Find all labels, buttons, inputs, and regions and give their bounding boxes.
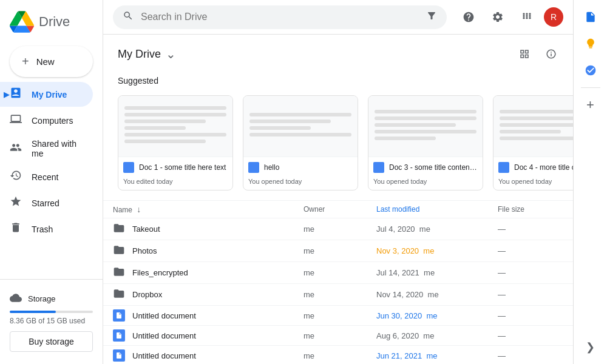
right-panel-add-button[interactable]: + <box>578 93 603 117</box>
new-button-label: New <box>36 56 55 67</box>
right-panel-docs-button[interactable] <box>578 5 603 29</box>
doc-icon <box>498 162 509 173</box>
table-row[interactable]: Dropbox me Nov 14, 2020 me — <box>103 284 573 306</box>
file-modified: Jul 4, 2020 me <box>376 224 498 234</box>
user-avatar[interactable]: R <box>544 7 563 27</box>
file-owner: me <box>304 268 376 277</box>
file-owner: me <box>304 224 376 234</box>
col-last-modified[interactable]: Last modified <box>376 205 498 214</box>
shared-icon <box>10 141 22 157</box>
file-size: — <box>498 311 558 320</box>
doc-icon <box>123 162 134 173</box>
storage-title: Storage <box>28 294 56 303</box>
file-name: Untitled document <box>132 331 196 340</box>
sidebar-item-starred[interactable]: Starred <box>0 190 93 215</box>
suggested-card[interactable]: hello You opened today <box>243 95 358 190</box>
app-name: Drive <box>39 14 70 30</box>
file-name-cell: Files_encrypted <box>113 266 304 280</box>
sidebar-item-shared-label: Shared with me <box>32 139 86 158</box>
file-size: — <box>498 246 558 255</box>
main-content: R My Drive ⌄ Suggested <box>103 0 573 364</box>
storage-section: Storage 8.36 GB of 15 GB used Buy storag… <box>0 285 103 359</box>
file-size: — <box>498 351 558 360</box>
suggested-card[interactable]: Doc 4 - more title content You opened to… <box>493 95 573 190</box>
file-name-cell: Untitled document <box>113 349 304 362</box>
folder-icon <box>113 222 125 236</box>
content-area: My Drive ⌄ Suggested <box>103 35 573 364</box>
info-button[interactable] <box>539 42 563 66</box>
file-list: Name ↓ Owner Last modified File size Tak… <box>103 200 573 364</box>
file-name: Untitled document <box>132 311 196 320</box>
table-row[interactable]: Takeout me Jul 4, 2020 me — <box>103 218 573 240</box>
right-panel-expand-button[interactable]: ❯ <box>578 335 603 359</box>
storage-bar <box>10 311 56 313</box>
right-panel: + ❯ <box>573 0 607 364</box>
sidebar-item-starred-label: Starred <box>32 198 59 208</box>
suggested-card[interactable]: Doc 1 - some title here text You edited … <box>118 95 233 190</box>
sidebar-item-trash[interactable]: Trash <box>0 217 93 241</box>
file-owner: me <box>304 311 376 320</box>
view-controls <box>512 42 563 66</box>
file-name-cell: Untitled document <box>113 329 304 342</box>
grid-view-button[interactable] <box>512 42 537 66</box>
file-owner: me <box>304 290 376 299</box>
user-initial: R <box>551 12 557 22</box>
folder-icon <box>113 244 125 258</box>
sidebar-item-trash-label: Trash <box>32 224 53 234</box>
right-panel-keep-button[interactable] <box>578 32 603 56</box>
folder-icon <box>113 266 125 280</box>
card-date: You opened today <box>493 178 573 190</box>
file-owner: me <box>304 331 376 340</box>
drive-chevron-icon[interactable]: ⌄ <box>166 47 176 61</box>
sidebar-item-computers[interactable]: Computers <box>0 108 93 133</box>
help-button[interactable] <box>456 5 481 29</box>
table-row[interactable]: Untitled document me Jun 30, 2020 me — <box>103 306 573 326</box>
table-row[interactable]: Files_encrypted me Jul 14, 2021 me — <box>103 262 573 284</box>
doc-icon <box>373 162 384 173</box>
file-name-cell: Takeout <box>113 222 304 236</box>
file-modified: Nov 3, 2020 me <box>376 246 498 255</box>
file-size: — <box>498 268 558 277</box>
col-name: Name ↓ <box>113 204 304 214</box>
file-name: Takeout <box>132 224 160 234</box>
trash-icon <box>10 221 22 237</box>
table-row[interactable]: Untitled document me Aug 6, 2020 me — <box>103 326 573 346</box>
card-date: You opened today <box>368 178 483 190</box>
card-preview <box>243 96 358 157</box>
sort-icon[interactable]: ↓ <box>137 204 141 214</box>
table-row[interactable]: Photos me Nov 3, 2020 me — <box>103 240 573 262</box>
sidebar: Drive + New ▶ My Drive Computers Shared … <box>0 0 103 364</box>
file-modified: Nov 14, 2020 me <box>376 290 498 299</box>
search-icon <box>123 10 134 24</box>
doc-icon <box>248 162 259 173</box>
search-input[interactable] <box>141 12 419 22</box>
storage-bar-container <box>10 311 93 313</box>
buy-storage-button[interactable]: Buy storage <box>10 331 93 352</box>
right-panel-tasks-button[interactable] <box>578 58 603 83</box>
sidebar-item-my-drive-label: My Drive <box>32 90 67 99</box>
sidebar-item-computers-label: Computers <box>32 116 73 126</box>
suggested-card[interactable]: Doc 3 - some title content text You open… <box>368 95 483 190</box>
card-preview <box>493 96 573 157</box>
file-list-header: Name ↓ Owner Last modified File size <box>103 201 573 218</box>
search-bar[interactable] <box>113 5 447 29</box>
file-name-cell: Untitled document <box>113 309 304 322</box>
drive-header: My Drive ⌄ <box>103 35 573 71</box>
logo-area: Drive <box>0 5 103 44</box>
table-row[interactable]: Untitled document me Jun 21, 2021 me — <box>103 346 573 364</box>
cloud-icon <box>10 292 22 306</box>
file-size: — <box>498 290 558 299</box>
new-button[interactable]: + New <box>10 46 93 77</box>
sidebar-nav: ▶ My Drive Computers Shared with me Rece… <box>0 82 103 274</box>
sidebar-item-recent[interactable]: Recent <box>0 164 93 189</box>
file-modified: Jun 21, 2021 me <box>376 351 498 360</box>
sidebar-item-shared-with-me[interactable]: Shared with me <box>0 134 93 163</box>
settings-button[interactable] <box>486 5 510 29</box>
sidebar-item-my-drive[interactable]: ▶ My Drive <box>0 82 93 107</box>
file-name: Files_encrypted <box>132 268 188 277</box>
file-modified: Jun 30, 2020 me <box>376 311 498 320</box>
filter-icon[interactable] <box>426 10 437 24</box>
file-size: — <box>498 331 558 340</box>
apps-button[interactable] <box>515 5 539 29</box>
suggested-label: Suggested <box>103 71 573 90</box>
